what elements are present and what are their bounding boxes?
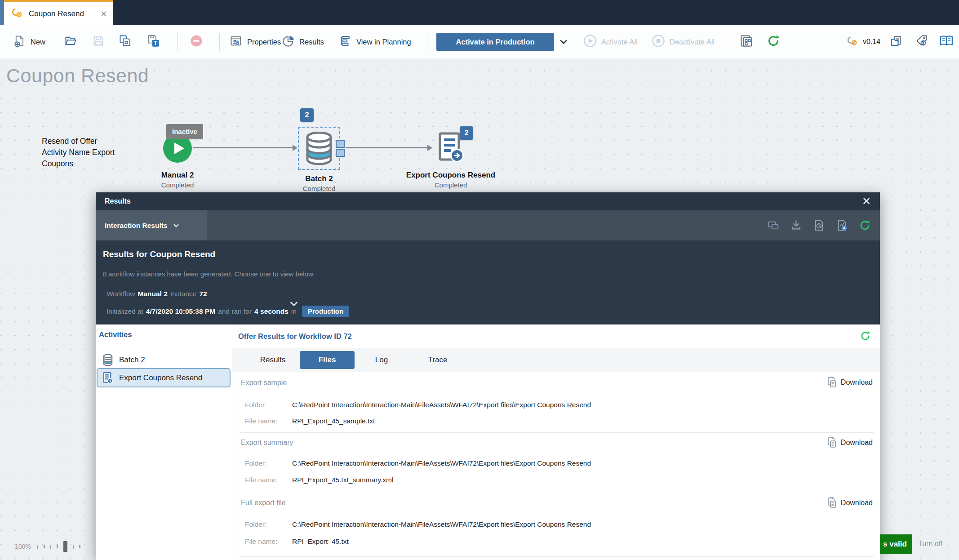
instance-label: Instance (170, 290, 197, 298)
expand-instances-chevron[interactable] (288, 298, 300, 311)
zoom-control[interactable]: 100% (15, 541, 86, 552)
zoom-tick (73, 545, 74, 549)
save-template-icon: T (147, 34, 160, 49)
tab-log[interactable]: Log (355, 348, 408, 372)
file-name-value: RPI_Export_45.txt (292, 538, 349, 546)
stop-circle-icon (652, 34, 665, 49)
export-report-icon[interactable] (836, 219, 848, 231)
tag-code-icon (915, 34, 928, 50)
remove-icon (190, 34, 203, 49)
properties-label: Properties (247, 38, 281, 46)
dialog-content: Activities Batch 2 (96, 324, 880, 560)
download-button[interactable]: Download (826, 437, 873, 449)
connector-arrow (193, 147, 293, 148)
deactivate-all-label: Deactivate All (670, 38, 715, 46)
reports-button[interactable] (890, 34, 904, 50)
delete-button[interactable] (190, 34, 203, 49)
zoom-slider-handle[interactable] (63, 541, 67, 552)
book-icon (939, 34, 954, 49)
tags-button[interactable] (915, 34, 928, 50)
tab-files[interactable]: Files (300, 351, 355, 369)
instance-value: 72 (199, 290, 207, 298)
window-edge-accent (0, 0, 4, 25)
initialized-label: Initialized at (107, 307, 143, 316)
redpoint-logo-icon (11, 7, 23, 21)
refresh-icon[interactable] (860, 330, 871, 343)
zoom-tick (50, 545, 52, 549)
refresh-button[interactable] (767, 34, 780, 49)
annotation-line: Activity Name Export (42, 147, 115, 158)
folder-path: C:\RedPoint Interaction\Interaction-Main… (292, 520, 591, 529)
activate-dropdown-chevron[interactable] (558, 36, 569, 47)
connector-handle[interactable] (336, 140, 345, 157)
duration-value: 4 seconds (254, 307, 289, 316)
refresh-icon[interactable] (859, 219, 871, 231)
activities-panel: Activities Batch 2 (96, 324, 232, 560)
dialog-close-icon[interactable]: ✕ (862, 196, 871, 207)
play-circle-icon (583, 34, 597, 49)
folder-document-icon (890, 34, 904, 50)
report-document-icon[interactable] (813, 219, 825, 231)
open-button[interactable] (64, 35, 77, 49)
save-as-template-button[interactable]: T (147, 34, 160, 49)
node-export-label: Export Coupons ResendCompleted (401, 171, 500, 189)
section-divider (240, 556, 874, 557)
tab-coupon-resend[interactable]: Coupon Resend × (4, 0, 113, 25)
save-all-button[interactable] (119, 34, 132, 49)
activate-all-button[interactable]: Activate All (583, 34, 638, 49)
environment-badge[interactable]: Production (302, 306, 349, 317)
documentation-button[interactable] (939, 34, 954, 49)
dialog-selector-bar: Interaction Results (96, 210, 880, 240)
section-divider (240, 432, 874, 433)
canvas-annotation[interactable]: Resend of Offer Activity Name Export Cou… (42, 136, 115, 169)
properties-icon (229, 35, 243, 49)
windows-icon[interactable] (767, 219, 779, 231)
activate-in-production-button[interactable]: Activate in Production (436, 33, 554, 51)
workflow-title: Coupon Resend (6, 65, 149, 87)
save-icon (92, 35, 105, 49)
activity-item-batch-2[interactable]: Batch 2 (97, 351, 231, 369)
view-in-planning-button[interactable]: View in Planning (338, 35, 411, 49)
tab-title: Coupon Resend (29, 9, 101, 18)
zoom-tick (57, 545, 58, 548)
offer-results-heading: Offer Results for Workflow ID 72 (238, 332, 352, 341)
file-name-value: RPI_Export_45.txt_summary.xml (292, 476, 393, 484)
annotation-line: Coupons (42, 158, 115, 169)
chevron-down-icon (558, 36, 569, 47)
version-indicator: v0.14 (847, 35, 880, 49)
bottom-divider (0, 558, 959, 558)
activity-item-label: Export Coupons Resend (119, 373, 202, 382)
section-title: Export summary (241, 439, 293, 447)
results-heading: Results for Coupon Resend (103, 249, 215, 259)
node-batch-2-badge: 2 (300, 108, 314, 122)
play-icon (174, 142, 184, 154)
download-file-icon (826, 377, 837, 388)
toolbar-separator (427, 33, 427, 51)
section-divider (240, 491, 874, 491)
properties-button[interactable]: Properties (229, 35, 281, 49)
tab-close-icon[interactable]: × (101, 9, 107, 19)
download-label: Download (841, 378, 873, 387)
node-batch-2-selection[interactable] (298, 127, 340, 170)
tab-results[interactable]: Results (246, 348, 300, 372)
annotation-line: Resend of Offer (42, 136, 115, 147)
turn-off-button[interactable]: Turn off (918, 540, 942, 548)
dashboard-button[interactable] (740, 34, 753, 50)
toolbar-separator (837, 33, 837, 51)
node-export-coupons-resend[interactable] (438, 132, 464, 165)
results-pie-icon (282, 35, 295, 49)
save-button[interactable] (92, 35, 105, 49)
download-button[interactable]: Download (826, 497, 873, 509)
view-selector-dropdown[interactable]: Interaction Results (96, 210, 207, 240)
deactivate-all-button[interactable]: Deactivate All (652, 34, 715, 49)
download-button[interactable]: Download (826, 377, 873, 388)
new-button[interactable]: New (13, 35, 45, 49)
dialog-title-bar: Results ✕ (96, 192, 880, 210)
activity-item-export-coupons-resend[interactable]: Export Coupons Resend (97, 368, 231, 387)
new-document-icon (13, 35, 26, 49)
tab-trace[interactable]: Trace (408, 348, 467, 372)
chevron-down-icon (172, 222, 180, 230)
results-subtitle: 8 workflow instances have been generated… (103, 270, 315, 278)
download-icon[interactable] (790, 219, 802, 231)
results-button[interactable]: Results (282, 35, 324, 49)
